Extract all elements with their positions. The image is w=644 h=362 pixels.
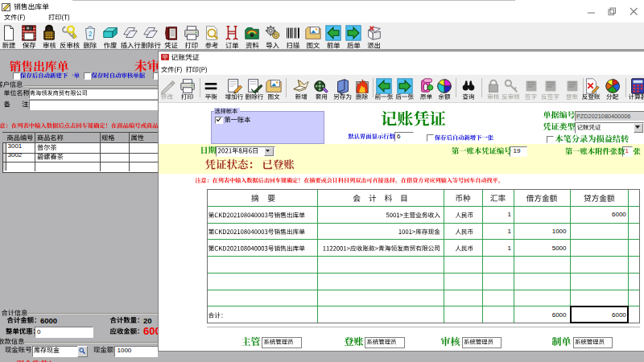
svg-text:2: 2 (89, 31, 93, 38)
